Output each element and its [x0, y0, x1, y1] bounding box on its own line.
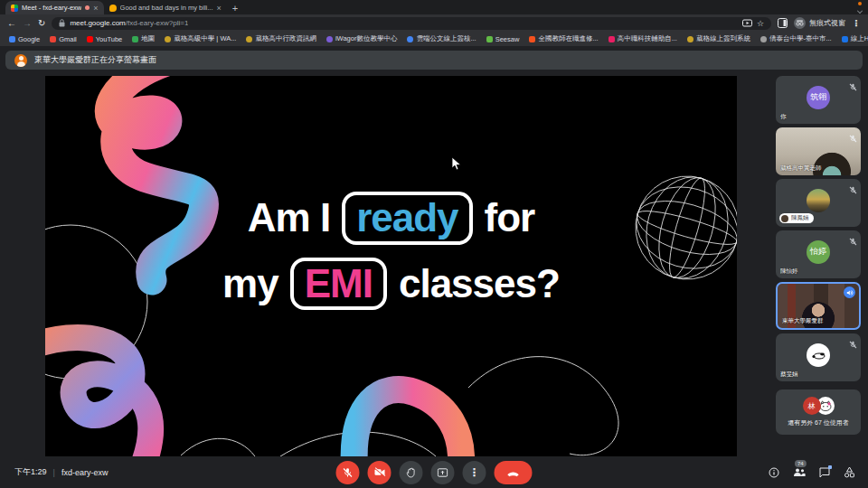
tab-title: Good and bad days in my bili... [120, 4, 213, 12]
bookmark-favicon [529, 36, 535, 42]
chevron-down-icon[interactable] [857, 8, 863, 14]
bookmark-star-icon[interactable]: ☆ [757, 19, 764, 28]
bookmark-favicon [407, 36, 413, 42]
bookmark-favicon [486, 36, 493, 42]
participant-count-badge: 74 [795, 460, 807, 467]
bookmark-item[interactable]: 僑泰台中學-臺中市... [760, 34, 832, 43]
meet-panel-icons: 74 [769, 456, 855, 488]
more-options-button[interactable]: ⋮ [463, 461, 486, 484]
mic-muted-icon [849, 233, 857, 249]
lock-icon [59, 19, 65, 27]
doc-favicon [109, 5, 117, 12]
bookmark-item[interactable]: 葳格線上簽到系統 [687, 34, 750, 43]
browser-toolbar: ← → ↻ meet.google.com/fxd-eary-exw?pli=1… [0, 14, 868, 32]
bookmark-favicon [87, 36, 93, 42]
incognito-indicator: 無痕式視窗 [794, 17, 845, 29]
participants-icon[interactable]: 74 [793, 467, 806, 477]
presenter-avatar [14, 54, 27, 67]
participant-name: 陳怡婷 [780, 267, 798, 276]
bookmark-item[interactable]: 葳格高級中學 | WA... [165, 34, 236, 43]
participant-tile-active-speaker[interactable]: 東華大學嚴愛群 [776, 282, 861, 330]
title-text: for [485, 195, 535, 240]
participant-tile[interactable]: 怡婷 陳怡婷 [776, 230, 861, 278]
mic-muted-icon [849, 130, 857, 146]
participant-name: 葳格高中黃老師 [780, 164, 822, 173]
participant-name: 蔡旻娟 [780, 371, 798, 379]
forward-button[interactable]: → [23, 19, 32, 28]
mic-muted-icon [849, 79, 857, 95]
bookmark-favicon [760, 36, 767, 42]
bookmark-favicon [246, 36, 252, 42]
present-screen-button[interactable] [431, 461, 455, 484]
more-participants-tile[interactable]: 林 還有另外 67 位使用者 [776, 389, 861, 435]
participant-tile[interactable]: 陳鳳娟 [776, 179, 861, 227]
speaking-audio-icon [844, 286, 855, 298]
participant-name-pill: 陳鳳娟 [779, 213, 814, 223]
bookmark-item[interactable]: Google [9, 35, 40, 43]
browser-menu-icon[interactable]: ⋮ [852, 18, 861, 28]
banner-text: 東華大學嚴愛群正在分享螢幕畫面 [34, 54, 156, 66]
new-tab-button[interactable]: + [232, 3, 238, 14]
meet-bottom-bar: 下午1:29 | fxd-eary-exw ⋮ [0, 456, 868, 488]
side-panel-icon[interactable] [778, 18, 788, 28]
mouse-cursor [451, 156, 462, 171]
reload-button[interactable]: ↻ [38, 19, 45, 28]
mic-muted-icon [849, 336, 857, 352]
more-participants-label: 還有另外 67 位使用者 [788, 418, 849, 427]
screenshare-banner: 東華大學嚴愛群正在分享螢幕畫面 [5, 51, 863, 70]
meet-favicon [11, 5, 18, 12]
url-domain: meet.google.com [70, 19, 125, 27]
bookmark-item[interactable]: 雲端公文線上簽核... [407, 34, 476, 43]
page-url: meet.google.com/fxd-eary-exw?pli=1 [70, 19, 188, 27]
media-control-icon[interactable] [742, 19, 752, 27]
close-tab-icon[interactable]: × [93, 5, 98, 12]
bookmark-favicon [326, 36, 333, 42]
recording-dot-icon [85, 5, 90, 10]
tab-title: Meet - fxd-eary-exw [22, 4, 81, 12]
bookmark-favicon [50, 36, 56, 42]
camera-off-button[interactable] [368, 461, 392, 484]
slide-title-line1: Am I ready for [248, 192, 534, 245]
slide-title: Am I ready for my EMI classes? [45, 192, 737, 310]
overflow-avatars: 林 [803, 397, 835, 415]
back-button[interactable]: ← [7, 19, 16, 28]
participant-name: 陳鳳娟 [791, 214, 809, 222]
tab-meet[interactable]: Meet - fxd-eary-exw × [5, 1, 104, 14]
meeting-details-icon[interactable] [769, 467, 779, 478]
browser-window: Meet - fxd-eary-exw × Good and bad days … [0, 0, 868, 488]
participant-rail: 筑翎 你 葳格高中黃老師 陳鳳娟 怡婷 [776, 76, 861, 435]
address-bar[interactable]: meet.google.com/fxd-eary-exw?pli=1 ☆ [52, 17, 771, 30]
notification-dot-icon [858, 2, 862, 5]
participant-tile[interactable]: 蔡旻娟 [776, 333, 861, 381]
bookmark-item[interactable]: Seesaw [486, 35, 520, 43]
bookmark-favicon [165, 36, 171, 42]
shared-screen: Am I ready for my EMI classes? [45, 76, 737, 456]
close-tab-icon[interactable]: × [217, 5, 222, 12]
mic-off-button[interactable] [336, 461, 360, 484]
meeting-code: fxd-eary-exw [61, 468, 108, 477]
bookmark-item[interactable]: 葳格高中行政資訊網 [246, 34, 316, 43]
avatar: 筑翎 [807, 86, 830, 109]
bookmark-item[interactable]: 地圖 [132, 34, 155, 43]
bookmark-item[interactable]: 線上HEIC轉JPG [842, 34, 868, 43]
mic-muted-icon [849, 182, 857, 198]
avatar [807, 189, 830, 212]
title-highlight-emi: EMI [290, 258, 387, 311]
slide-title-line2: my EMI classes? [222, 258, 560, 311]
bookmark-favicon [687, 36, 693, 42]
tab-doc[interactable]: Good and bad days in my bili... × [104, 1, 227, 14]
title-text: classes? [399, 261, 560, 306]
bookmark-item[interactable]: iWagor數位教學中心 [326, 34, 397, 43]
bookmark-item[interactable]: YouTube [87, 35, 122, 43]
raise-hand-button[interactable] [400, 461, 423, 484]
bookmark-item[interactable]: Gmail [50, 35, 77, 43]
participant-tile[interactable]: 葳格高中黃老師 [776, 127, 861, 175]
chat-icon[interactable] [819, 467, 830, 478]
activities-icon[interactable] [844, 466, 855, 478]
incognito-icon [794, 17, 806, 29]
emoji-icon [781, 215, 788, 222]
bookmark-item[interactable]: 高中職科技輔助自... [609, 34, 677, 43]
participant-tile-self[interactable]: 筑翎 你 [776, 76, 861, 124]
end-call-button[interactable] [495, 461, 533, 484]
bookmark-item[interactable]: 全國教師在職進修... [529, 34, 598, 43]
